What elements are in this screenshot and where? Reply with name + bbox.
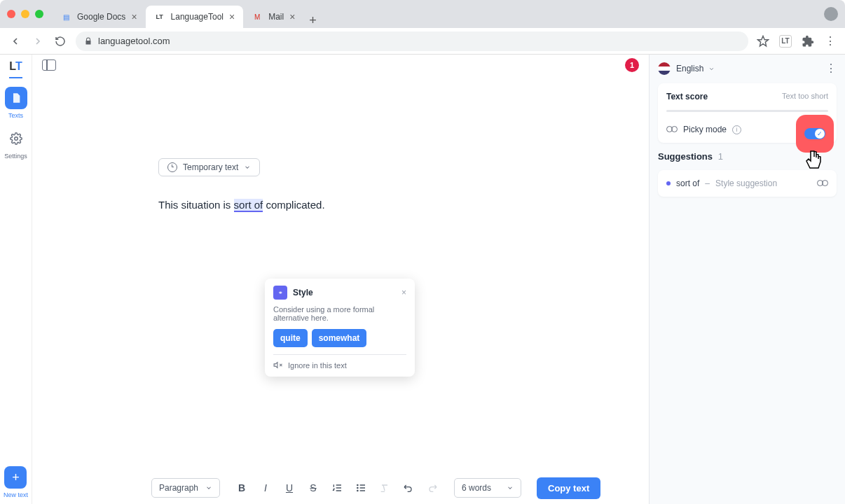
info-icon[interactable]: i	[732, 125, 741, 134]
toolbar-icons: LT ⋮	[757, 35, 837, 48]
new-text-button[interactable]: + New text	[4, 466, 28, 498]
chevron-down-icon	[244, 164, 251, 171]
plus-icon: +	[4, 466, 27, 489]
popup-header: ⚭ Style ×	[273, 286, 406, 300]
score-progress-bar	[666, 110, 828, 112]
suggestions-title: Suggestions	[658, 151, 713, 162]
italic-button[interactable]: I	[258, 480, 273, 496]
lt-extension-icon[interactable]: LT	[779, 35, 792, 48]
panel-menu-icon[interactable]: ⋮	[825, 62, 837, 75]
url-text: languagetool.com	[98, 36, 170, 46]
dash: –	[705, 178, 710, 188]
redo-button	[425, 480, 440, 496]
format-group: B I U S	[234, 480, 440, 496]
dropdown-label: 6 words	[462, 483, 491, 493]
suggestion-buttons: quite somewhat	[273, 329, 406, 347]
tab-mail[interactable]: M Mail ×	[243, 6, 303, 28]
chevron-down-icon	[507, 484, 514, 491]
minimize-window-icon[interactable]	[21, 10, 29, 18]
ignore-label: Ignore in this text	[288, 361, 347, 370]
rail-item-texts[interactable]: Texts	[5, 87, 27, 119]
browser-tab-strip: ▤ Google Docs × LT LanguageTool × M Mail…	[0, 0, 845, 28]
text-segment: This situation is	[158, 199, 234, 211]
goggles-icon	[666, 126, 678, 133]
suggestion-button-somewhat[interactable]: somewhat	[312, 329, 367, 347]
document-icon	[5, 87, 27, 109]
unordered-list-button[interactable]	[353, 480, 369, 496]
strikethrough-button[interactable]: S	[305, 480, 321, 496]
document-selector[interactable]: Temporary text	[158, 158, 260, 176]
close-window-icon[interactable]	[7, 10, 15, 18]
score-title: Text score	[666, 92, 708, 102]
popup-close-icon[interactable]: ×	[401, 288, 406, 298]
url-field[interactable]: languagetool.com	[76, 31, 748, 51]
style-dot-icon	[666, 181, 671, 186]
new-text-label: New text	[4, 491, 28, 498]
undo-button[interactable]	[401, 480, 416, 496]
underline-button[interactable]: U	[282, 480, 297, 496]
svg-point-2	[357, 487, 358, 488]
maximize-window-icon[interactable]	[35, 10, 43, 18]
picky-mode-toggle[interactable]	[804, 128, 825, 139]
chevron-down-icon	[708, 66, 715, 72]
paragraph-style-dropdown[interactable]: Paragraph	[151, 478, 220, 498]
editor-text[interactable]: This situation is sort of complicated.	[158, 197, 509, 214]
goggles-icon	[817, 180, 828, 187]
profile-avatar-icon[interactable]	[824, 7, 838, 21]
tab-label: LanguageTool	[171, 12, 224, 22]
back-button[interactable]	[8, 34, 22, 48]
suggestions-heading: Suggestions 1	[658, 151, 837, 162]
rail-item-settings[interactable]: Settings	[4, 127, 27, 160]
lt-favicon-icon: LT	[154, 11, 165, 22]
ordered-list-button[interactable]	[329, 480, 345, 496]
flag-us-icon	[658, 62, 671, 75]
tab-languagetool[interactable]: LT LanguageTool ×	[146, 6, 244, 28]
rail-label: Settings	[4, 153, 27, 160]
rail-label: Texts	[8, 112, 23, 119]
score-status: Text too short	[782, 92, 828, 102]
right-panel: English ⋮ Text score Text too short Pick…	[649, 55, 845, 504]
new-tab-button[interactable]: +	[309, 13, 317, 28]
popup-category: Style	[293, 288, 313, 298]
tabs-container: ▤ Google Docs × LT LanguageTool × M Mail…	[52, 0, 824, 28]
suggestion-popup: ⚭ Style × Consider using a more formal a…	[265, 279, 415, 377]
bottom-toolbar: Paragraph B I U S	[32, 472, 649, 504]
document-title: Temporary text	[183, 162, 238, 172]
svg-point-3	[357, 490, 358, 491]
panel-header: English ⋮	[658, 62, 837, 75]
picky-label: Picky mode	[683, 125, 727, 134]
panel-toggle-icon[interactable]	[42, 59, 56, 71]
suggestion-button-quite[interactable]: quite	[273, 329, 308, 347]
editor-top-strip: 1	[32, 55, 649, 76]
tutorial-highlight	[796, 115, 834, 153]
tab-google-docs[interactable]: ▤ Google Docs ×	[52, 6, 146, 28]
ignore-button[interactable]: Ignore in this text	[273, 354, 406, 370]
language-selector[interactable]: English	[676, 64, 715, 74]
error-count-badge[interactable]: 1	[625, 58, 639, 72]
lt-logo-icon[interactable]: LT	[9, 60, 22, 78]
extensions-icon[interactable]	[802, 35, 814, 48]
bold-button[interactable]: B	[234, 480, 249, 496]
highlighted-phrase[interactable]: sort of	[234, 199, 263, 212]
mute-icon	[273, 360, 282, 370]
suggestions-count: 1	[718, 151, 723, 162]
main-area: 1 Temporary text This situation is sort …	[32, 55, 649, 504]
reload-button[interactable]	[53, 34, 67, 48]
mail-favicon-icon: M	[252, 11, 263, 22]
star-icon[interactable]	[757, 35, 769, 48]
close-tab-icon[interactable]: ×	[289, 11, 295, 22]
suggestion-item[interactable]: sort of – Style suggestion	[658, 170, 837, 197]
close-tab-icon[interactable]: ×	[229, 11, 235, 22]
forward-button	[31, 34, 45, 48]
suggestion-type: Style suggestion	[715, 178, 777, 188]
window-controls	[7, 10, 43, 18]
close-tab-icon[interactable]: ×	[131, 11, 137, 22]
gear-icon	[5, 127, 27, 150]
copy-text-button[interactable]: Copy text	[537, 477, 600, 499]
browser-menu-icon[interactable]: ⋮	[824, 35, 837, 48]
docs-favicon-icon: ▤	[60, 11, 71, 22]
svg-point-0	[14, 137, 18, 141]
suggestion-phrase: sort of	[676, 178, 699, 188]
error-count: 1	[630, 61, 634, 69]
word-count-dropdown[interactable]: 6 words	[454, 478, 521, 498]
